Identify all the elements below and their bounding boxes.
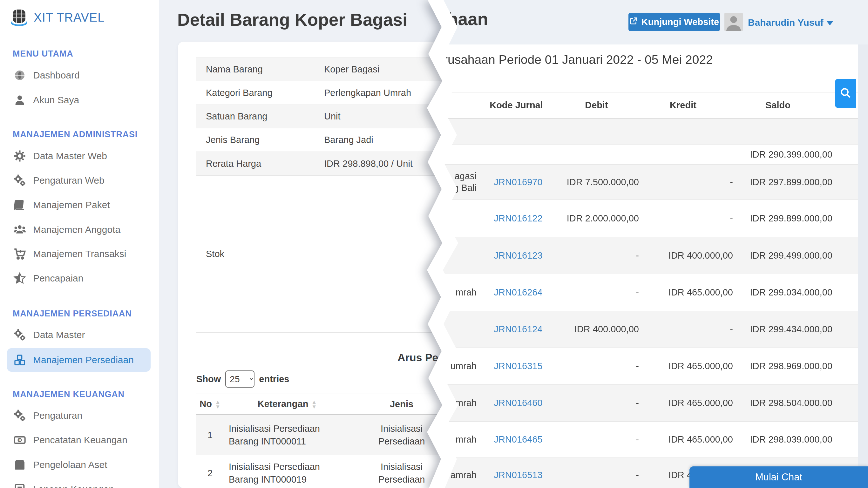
journal-link[interactable]: JRN016124 [478,324,558,335]
sidebar-item-manajemen-transaksi[interactable]: Manajemen Transaksi [0,244,159,264]
journal-row-opening: IDR 290.399.000,00 [410,145,858,164]
torn-screenshot-piece: haan Kunjungi Website Baharudin Yusuf ru… [410,0,868,488]
visit-website-label: Kunjungi Website [642,17,719,27]
col-no[interactable]: No▲▼ [196,399,224,409]
mulai-chat-label: Mulai Chat [755,471,802,483]
sidebar-item-pencapaian[interactable]: Pencapaian [0,268,159,288]
cell-debit: - [558,398,641,408]
sidebar-item-label: Manajemen Anggota [33,224,120,235]
sidebar-item-label: Manajemen Persediaan [33,355,134,365]
avatar[interactable] [724,13,743,31]
cell-saldo: IDR 299.434.000,00 [735,324,833,335]
cell-debit: - [558,287,641,298]
cell-saldo: IDR 298.969.000,00 [735,361,833,371]
show-entries-bar: Show 25 entries [196,370,289,388]
journal-table-header: Kode Jurnal Debit Kredit Saldo [410,92,858,119]
cell-debit: IDR 400.000,00 [558,324,641,335]
journal-link[interactable]: JRN016315 [478,361,558,371]
detail-label: Stok [196,176,324,332]
cell-kredit: - [641,324,735,335]
page-title: Detail Barang Koper Bagasi [177,9,407,30]
detail-label: Rerata Harga [196,152,324,175]
sidebar-item-laporan-keuangan[interactable]: Laporan Keuangan [0,479,159,488]
sidebar-item-label: Manajemen Transaksi [33,248,126,259]
cell-kredit: IDR 465.000,00 [641,287,735,298]
svg-text:1: 1 [19,438,21,442]
sidebar-item-pengelolaan-aset[interactable]: Pengelolaan Aset [0,455,159,475]
sidebar-item-pencatatan-keuangan[interactable]: 1 Pencatatan Keuangan [0,430,159,450]
cell-no: 1 [196,430,224,440]
globe-icon [13,68,27,82]
cell-saldo: IDR 298.039.000,00 [735,434,833,445]
sidebar-item-pengaturan[interactable]: Pengaturan [0,405,159,426]
journal-link[interactable]: JRN016513 [478,470,558,480]
sidebar-item-data-master-web[interactable]: Data Master Web [0,146,159,166]
cell-kredit: IDR 465.000,00 [641,361,735,371]
entries-label: entries [259,374,289,385]
journal-link[interactable]: JRN016970 [478,177,558,187]
cell-saldo: IDR 297.899.000,00 [735,177,833,187]
journal-link[interactable]: JRN016460 [478,398,558,408]
user-menu[interactable]: Baharudin Yusuf [748,17,833,28]
col-kredit: Kredit [637,100,729,111]
journal-table: Kode Jurnal Debit Kredit Saldo IDR 290.3… [410,92,858,488]
users-icon [13,223,27,237]
entries-select[interactable]: 25 [225,370,254,388]
gears-icon [13,174,27,187]
search-button[interactable] [835,79,856,108]
sort-icon: ▲▼ [311,400,317,409]
sidebar-item-pengaturan-web[interactable]: Pengaturan Web [0,170,159,191]
journal-link[interactable]: JRN016123 [478,250,558,261]
star-half-icon [13,271,27,285]
cell-no: 2 [196,468,224,479]
cell-debit: - [558,361,641,371]
sidebar-item-dashboard[interactable]: Dashboard [0,65,159,86]
sidebar-section-administrasi: MANAJEMEN ADMINISTRASI [13,130,137,140]
page-margin [858,44,868,488]
sidebar-section-menu-utama: MENU UTAMA [13,49,73,59]
journal-link[interactable]: JRN016122 [478,213,558,224]
sidebar-item-manajemen-paket[interactable]: Manajemen Paket [0,195,159,215]
journal-row-empty [410,119,858,145]
cell-debit: IDR 2.000.000,00 [558,213,641,224]
visit-website-button[interactable]: Kunjungi Website [628,13,720,31]
journal-row: JRN016124 IDR 400.000,00 - IDR 299.434.0… [410,311,858,348]
mulai-chat-button[interactable]: Mulai Chat [689,466,868,488]
sidebar-section-persediaan: MANAJEMEN PERSEDIAAN [13,309,132,319]
journal-row: JRN016122 IDR 2.000.000,00 - IDR 299.899… [410,200,858,237]
journal-link[interactable]: JRN016264 [478,287,558,298]
sidebar-item-label: Pengaturan [33,410,82,421]
user-name-label: Baharudin Yusuf [748,17,824,28]
sidebar-item-data-master[interactable]: Data Master [0,325,159,345]
detail-label: Satuan Barang [196,105,324,128]
sidebar-item-manajemen-anggota[interactable]: Manajemen Anggota [0,219,159,240]
cell-kredit: - [641,213,735,224]
show-label: Show [196,374,221,385]
sidebar: XIT TRAVEL MENU UTAMA Dashboard Akun Say… [0,0,159,488]
sidebar-item-akun-saya[interactable]: Akun Saya [0,90,159,110]
sidebar-item-label: Data Master [33,330,85,340]
col-keterangan[interactable]: Keterangan▲▼ [224,399,351,409]
cell-keterangan: Inisialisasi Persediaan Barang INT000011 [224,422,351,448]
cell-keterangan: Inisialisasi Persediaan Barang INT000019 [224,460,351,486]
brand-logo-icon [9,7,29,27]
cell-saldo: IDR 298.504.000,00 [735,398,833,408]
money-icon: 1 [13,433,27,447]
cell-saldo: IDR 299.899.000,00 [735,213,833,224]
sort-icon: ▲▼ [215,400,220,409]
journal-page: haan Kunjungi Website Baharudin Yusuf ru… [410,0,868,488]
book-icon [13,198,27,212]
sidebar-item-label: Manajemen Paket [33,200,110,210]
cell-kredit: IDR 400.000,00 [641,250,735,261]
col-kode-jurnal: Kode Jurnal [476,100,556,111]
journal-card-heading-fragment: rusahaan Periode 01 Januari 2022 - 05 Me… [443,53,713,67]
journal-link[interactable]: JRN016465 [478,434,558,445]
opening-saldo: IDR 290.399.000,00 [735,149,833,160]
sidebar-item-label: Pencatatan Keuangan [33,435,127,446]
external-link-icon [629,17,638,27]
col-debit: Debit [556,100,637,111]
chevron-down-icon [827,21,833,25]
sidebar-item-manajemen-persediaan[interactable]: Manajemen Persediaan [0,350,159,370]
sidebar-item-label: Pengelolaan Aset [33,459,107,470]
search-icon [839,87,851,100]
